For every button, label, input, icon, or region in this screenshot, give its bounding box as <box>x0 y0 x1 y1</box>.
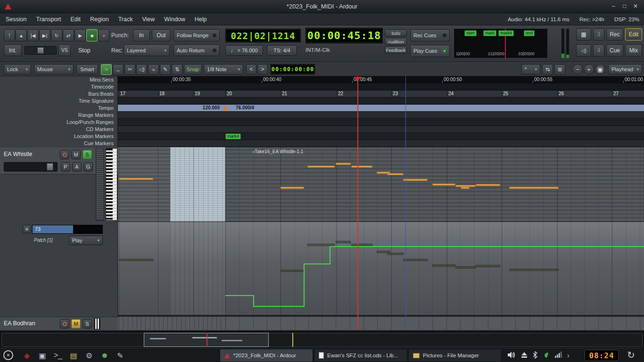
launcher-terminal[interactable]: >_ <box>52 349 64 362</box>
punch-in-button[interactable]: In <box>133 29 150 41</box>
piano-keyboard[interactable] <box>106 148 117 221</box>
punch-out-button[interactable]: Out <box>152 29 171 41</box>
midi-note[interactable] <box>336 163 351 165</box>
layered-dropdown[interactable]: Layered ▾ <box>124 44 170 56</box>
ruler-label-tempo[interactable]: Tempo <box>2 105 114 112</box>
zoom-in-button[interactable]: + <box>584 64 594 74</box>
fader-handle[interactable] <box>47 163 53 171</box>
monitor-count-a[interactable]: 3 <box>593 28 604 41</box>
menu-session[interactable]: Session <box>1 13 31 25</box>
ruler-label-timecode[interactable]: Timecode <box>2 83 114 90</box>
playhead-head-icon[interactable] <box>355 77 361 82</box>
ruler-row-location-markers[interactable]: mark4 <box>118 133 644 140</box>
time-signature-button[interactable]: TS: 4/4 <box>267 45 297 56</box>
monitor-speaker-button[interactable]: ◁) <box>576 44 591 57</box>
taskbar-window-1[interactable]: *2023_Folk_MIDI - Ardour <box>220 349 313 362</box>
playhead-line[interactable] <box>357 76 358 330</box>
range-tool-button[interactable]: ↔ <box>113 64 124 75</box>
ruler-row-tempo[interactable]: 120.00076.000/4 <box>118 105 644 112</box>
whistle-fader[interactable] <box>4 162 58 172</box>
menu-region[interactable]: Region <box>85 13 114 25</box>
ruler-row-cue-markers[interactable] <box>118 140 644 147</box>
launcher-display[interactable]: ▣ <box>36 349 49 362</box>
tempo-button[interactable]: ♩ = 76.000 <box>225 45 263 56</box>
patch-label[interactable]: Patch [1] <box>34 238 52 243</box>
ruler-label-mins-secs[interactable]: Mins:Secs <box>2 76 114 83</box>
grab-tool-button[interactable]: ☞ <box>101 64 112 75</box>
session-refresh-icon[interactable]: ↻ <box>627 349 635 361</box>
ruler-row-time-signature[interactable] <box>118 98 644 105</box>
edit-tool-button[interactable]: ⇅ <box>172 64 182 75</box>
page-mix-button[interactable]: Mix <box>625 44 642 57</box>
bodhran-track-header[interactable]: EA Bodhran M S <box>0 317 118 330</box>
tray-expand-icon[interactable]: › <box>567 352 570 359</box>
sync-source-label[interactable]: INT/M-Clk <box>305 47 330 53</box>
volume-icon[interactable] <box>507 351 516 360</box>
summary-strip[interactable] <box>0 331 644 348</box>
snap-toggle-button[interactable]: Snap <box>184 64 202 74</box>
ruler-label-loop-punch-ranges[interactable]: Loop/Punch Ranges <box>2 119 114 126</box>
ruler-row-bars-beats[interactable]: 1718192021222324252627 <box>118 90 644 98</box>
bodhran-solo-button[interactable]: S <box>83 319 92 329</box>
minimap-marker-start[interactable]: start <box>464 30 477 36</box>
taskbar-window-2[interactable]: Ewan's SFZ cc list.ods - Lib... <box>314 349 407 362</box>
menu-help[interactable]: Help <box>190 13 212 25</box>
whistle-automation-button[interactable]: A <box>72 162 82 172</box>
bbt-clock[interactable]: 022|02|1214 <box>225 29 301 42</box>
track-scroll-grip[interactable] <box>96 148 104 221</box>
launcher-settings[interactable]: ⚙ <box>83 349 95 362</box>
midi-note[interactable] <box>119 178 153 180</box>
ruler-label-time-signature[interactable]: Time Signature <box>2 98 114 105</box>
whistle-playlist-button[interactable]: P <box>61 162 70 172</box>
loop-button[interactable]: ↻ <box>51 29 62 41</box>
launcher-group[interactable]: ☻ <box>99 349 111 362</box>
bodhran-track-name[interactable]: EA Bodhran <box>4 320 35 327</box>
show-desktop-button[interactable]: ✕ <box>3 350 13 360</box>
tempo-value[interactable]: 120.000 <box>187 105 220 110</box>
zoom-fit-button[interactable]: ▣ <box>595 64 605 74</box>
nudge-forward-button[interactable]: > <box>257 64 268 74</box>
timecode-clock[interactable]: 00:00:45:18 <box>305 28 383 43</box>
taskbar-window-3[interactable]: Pictures - File Manager <box>408 349 502 362</box>
ruler-label-range-markers[interactable]: Range Markers <box>2 112 114 119</box>
patch-play-dropdown[interactable]: Play ▾ <box>69 236 103 245</box>
zoom-out-button[interactable]: − <box>572 64 583 74</box>
monitor-int-button[interactable]: Int. <box>4 44 22 56</box>
plugin-status-icon[interactable] <box>543 352 549 360</box>
network-signal-icon[interactable] <box>554 352 562 360</box>
launcher-files[interactable]: ▤ <box>67 349 80 362</box>
stop-button[interactable]: ■ <box>86 29 98 41</box>
midi-note[interactable] <box>509 187 559 189</box>
bodhran-record-enable-button[interactable] <box>60 319 69 329</box>
midi-note[interactable] <box>281 187 304 189</box>
audition-global-button[interactable]: Audition <box>385 38 407 45</box>
go-to-end-button[interactable]: ▶| <box>39 29 50 41</box>
go-to-start-button[interactable]: |◀ <box>27 29 39 41</box>
play-cues-button[interactable]: Play Cues <box>410 45 450 57</box>
shuttle-slider[interactable] <box>25 46 57 55</box>
metronome-button[interactable]: ▲ <box>16 29 27 41</box>
ruler-label-location-markers[interactable]: Location Markers <box>2 133 114 140</box>
nudge-clock[interactable]: 00:00:00:00 <box>271 64 315 74</box>
titlebar[interactable]: *2023_Folk_MIDI - Ardour – □ ✕ <box>0 0 644 13</box>
zoom-focus-dropdown[interactable]: Playhead ▾ <box>608 64 642 74</box>
launcher-pen[interactable]: ✎ <box>114 349 126 362</box>
monitor-screen-button[interactable]: ▦ <box>576 28 591 41</box>
zoom-preset-dropdown[interactable]: * ▾ <box>521 64 540 74</box>
ruler-label-bars-beats[interactable]: Bars:Beats <box>2 90 114 98</box>
whistle-track-name[interactable]: EA Whistle <box>4 151 32 157</box>
whistle-group-button[interactable]: G <box>83 162 93 172</box>
ruler-row-mins-secs[interactable]: 00:00:3500:00:4000:00:4500:00:5000:00:55… <box>118 76 644 83</box>
taskbar-clock[interactable]: 08:24 <box>585 350 619 361</box>
shuttle-handle[interactable] <box>37 47 44 54</box>
close-button[interactable]: ✕ <box>631 3 640 9</box>
auto-return-dropdown[interactable]: Auto Return <box>173 44 220 56</box>
menu-edit[interactable]: Edit <box>66 13 86 25</box>
ruler-label-cd-markers[interactable]: CD Markers <box>2 126 114 133</box>
minimap-marker-mark[interactable]: mark <box>483 30 496 36</box>
menu-view[interactable]: View <box>137 13 159 25</box>
edit-canvas[interactable]: ♪Take16_EA Whistle-1.1 <box>118 147 644 330</box>
midi-panic-button[interactable]: ! <box>4 29 15 41</box>
menu-track[interactable]: Track <box>114 13 138 25</box>
midi-note[interactable] <box>403 179 428 181</box>
